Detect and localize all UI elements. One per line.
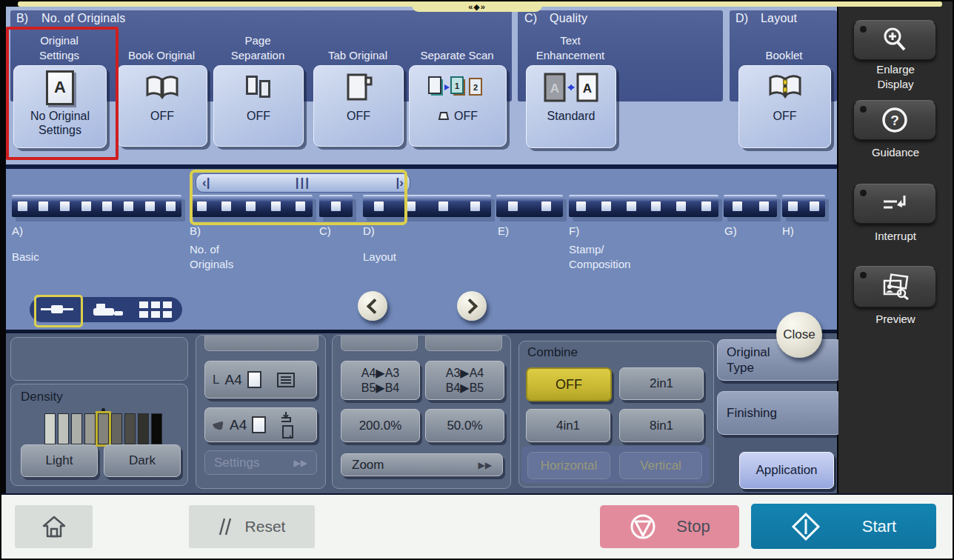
chevron-left-icon [367, 298, 382, 313]
indicator-dot [860, 106, 867, 113]
svg-text:?: ? [890, 113, 899, 128]
tab-page-icon [344, 66, 373, 109]
view-mode-machine-icon[interactable] [87, 297, 129, 322]
zoom-button-partial[interactable] [341, 336, 418, 351]
separate-scan-value: OFF [438, 109, 478, 123]
booklet-button[interactable]: OFF [738, 65, 831, 148]
section-d-title: Layout [761, 12, 797, 24]
section-d-header: D)Layout [735, 12, 797, 25]
strip-segment-no-of-originals[interactable] [190, 195, 313, 217]
section-b-header: B)No. of Originals [16, 12, 125, 25]
text-enhancement-label: Text Enhancement [526, 28, 615, 62]
zoom-50-button[interactable]: 50.0% [425, 409, 504, 442]
booklet-label: Booklet [738, 28, 830, 62]
strip-scrollbar[interactable]: ‹| ||| |› [196, 173, 410, 193]
chevron-right-icon [462, 298, 478, 313]
tray-prefix: L [213, 373, 219, 387]
zoom-a4-a3-button[interactable]: A4▶A3 B5▶B4 [341, 361, 420, 400]
separate-scan-button[interactable]: 1 2 OFF [409, 65, 507, 147]
paper-tray-button[interactable]: L A4 [204, 361, 317, 399]
scrollbar-right-arrow-icon[interactable]: |› [396, 176, 404, 190]
home-button[interactable] [15, 505, 93, 548]
combine-title: Combine [527, 345, 578, 360]
close-button[interactable]: Close [776, 312, 822, 358]
scrollbar-grip-icon[interactable]: ||| [296, 176, 310, 190]
zoom-menu-button[interactable]: Zoom▶▶ [341, 453, 503, 476]
interrupt-button[interactable] [853, 184, 936, 224]
copier-touchscreen: B)No. of Originals C)Quality D)Layout Or… [0, 0, 954, 560]
preview-button[interactable] [853, 266, 936, 307]
page-separation-label: Page Separation [213, 28, 302, 62]
section-c-title: Quality [550, 12, 587, 24]
combine-8in1-button[interactable]: 8in1 [619, 409, 704, 442]
open-book-icon [144, 66, 180, 109]
paper-sheet-icon [252, 416, 266, 433]
strip-segment-g[interactable] [724, 195, 777, 217]
strip-letter-a: A) [12, 224, 23, 237]
strip-letter-g: G) [724, 224, 737, 237]
strip-segment-basic[interactable] [12, 195, 181, 217]
combine-off-button[interactable]: OFF [526, 367, 612, 401]
tray-size: A4 [224, 372, 241, 388]
indicator-dot [860, 190, 867, 196]
pull-handle-tab[interactable]: «◆» [412, 1, 542, 12]
booklet-value: OFF [773, 109, 797, 123]
density-light-button[interactable]: Light [21, 444, 98, 477]
zoom-200-button[interactable]: 200.0% [341, 409, 420, 442]
application-button[interactable]: Application [739, 452, 834, 489]
strip-letter-d: D) [363, 224, 375, 237]
paper-button-partial[interactable] [204, 336, 318, 351]
svg-text:A: A [583, 81, 592, 96]
two-pages-icon [243, 66, 274, 109]
page-separation-button[interactable]: OFF [213, 65, 304, 147]
book-original-label: Book Original [113, 28, 210, 62]
svg-text:2: 2 [473, 83, 478, 92]
page-left-button[interactable] [358, 291, 387, 321]
combine-4in1-button[interactable]: 4in1 [526, 409, 610, 442]
view-mode-grid-icon[interactable] [133, 297, 178, 322]
page-separation-value: OFF [247, 109, 270, 123]
section-b-letter: B) [16, 12, 41, 25]
book-original-button[interactable]: OFF [117, 65, 207, 147]
guidance-button[interactable]: ? [853, 100, 936, 140]
strip-segment-stamp[interactable] [569, 195, 718, 217]
combine-2in1-button[interactable]: 2in1 [619, 367, 704, 400]
text-enhancement-button[interactable]: A A Standard [526, 65, 616, 148]
reset-button[interactable]: Reset [189, 505, 315, 548]
start-diamond-icon [791, 512, 821, 541]
book-original-value: OFF [150, 109, 174, 123]
strip-letter-f: F) [569, 224, 579, 237]
svg-text:1: 1 [455, 81, 459, 90]
density-dark-button[interactable]: Dark [104, 444, 181, 477]
density-indicator [44, 408, 162, 444]
svg-text:A: A [550, 81, 559, 96]
zoom-a3-a4-button[interactable]: A3▶A4 B4▶B5 [425, 361, 504, 400]
section-c-letter: C) [524, 12, 550, 25]
section-b-title: No. of Originals [41, 12, 125, 24]
finishing-button[interactable]: Finishing [717, 391, 843, 435]
platen-icon [438, 111, 450, 121]
bypass-tray-button[interactable]: A4 [204, 407, 317, 442]
scrollbar-left-arrow-icon[interactable]: ‹| [202, 176, 210, 190]
strip-segment-c[interactable] [319, 195, 353, 217]
zoom-button-partial[interactable] [425, 336, 502, 351]
stop-sign-icon [629, 513, 657, 541]
strip-segment-h[interactable] [782, 195, 825, 217]
strip-letter-b: B) [190, 224, 201, 237]
enlarge-display-label: Enlarge Display [838, 62, 953, 91]
start-button[interactable]: Start [751, 504, 936, 549]
stop-button[interactable]: Stop [600, 505, 739, 548]
booklet-staple-icon [767, 66, 803, 109]
scan-pages-icon: 1 2 [427, 66, 489, 109]
separate-scan-label: Separate Scan [406, 28, 508, 62]
bypass-feed-icon [280, 411, 296, 439]
stop-label: Stop [676, 517, 710, 536]
enlarge-display-button[interactable] [853, 20, 936, 60]
page-right-button[interactable] [457, 291, 487, 321]
output-tray-icon [277, 373, 295, 387]
strip-segment-layout[interactable] [363, 195, 491, 217]
strip-segment-e[interactable] [496, 195, 563, 217]
strip-name-stamp: Stamp/ Composition [569, 242, 630, 273]
tab-original-button[interactable]: OFF [313, 65, 404, 147]
tab-original-label: Tab Original [313, 28, 402, 62]
